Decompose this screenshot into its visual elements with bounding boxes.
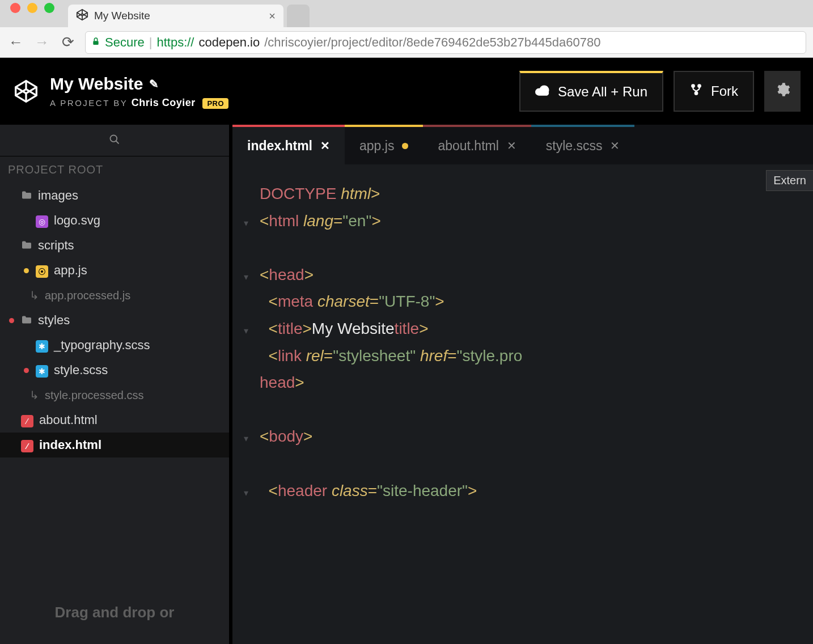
browser-address-bar: ← → ⟳ Secure | https://codepen.io/chrisc…: [0, 27, 813, 58]
url-protocol: https://: [156, 35, 194, 50]
file-name: app.processed.js: [45, 289, 130, 302]
file-tree-item[interactable]: scripts: [0, 233, 229, 258]
fold-icon[interactable]: ▾: [232, 485, 260, 501]
search-icon: [109, 134, 120, 147]
sidebar-search[interactable]: [0, 125, 229, 156]
close-tab-icon[interactable]: ✕: [610, 139, 620, 152]
file-tree-item[interactable]: styles: [0, 308, 229, 333]
svg-line-11: [116, 141, 119, 143]
file-tree-item[interactable]: ◎logo.svg: [0, 208, 229, 233]
fold-icon[interactable]: ▾: [232, 215, 260, 231]
html-file-icon: ⁄: [21, 413, 33, 427]
project-root-label: PROJECT ROOT: [0, 156, 229, 183]
file-tree-item[interactable]: ↳style.processed.css: [0, 383, 229, 408]
secure-label: Secure: [105, 35, 145, 50]
file-tree-item[interactable]: ✱_typography.scss: [0, 333, 229, 358]
file-tree-item[interactable]: ⁄index.html: [0, 433, 229, 457]
browser-tab-strip: My Website ×: [65, 0, 310, 27]
svg-point-10: [111, 135, 117, 142]
header-actions: Save All + Run Fork: [519, 71, 801, 112]
fold-icon[interactable]: ▾: [232, 431, 260, 446]
svg-file-icon: ◎: [36, 213, 48, 228]
close-tab-icon[interactable]: ✕: [320, 139, 330, 152]
url-host: codepen.io: [198, 35, 260, 50]
modified-dot-icon: [9, 243, 14, 248]
fork-icon: [689, 83, 703, 99]
editor-tab-label: style.scss: [546, 138, 603, 154]
folder-file-icon: [21, 313, 32, 328]
close-tab-icon[interactable]: ✕: [507, 139, 516, 152]
project-subtitle: A PROJECT BY Chris Coyier PRO: [50, 97, 228, 109]
processed-file-icon: ↳: [29, 289, 39, 302]
gear-icon: [774, 82, 790, 101]
file-tree-item[interactable]: ✱style.scss: [0, 358, 229, 383]
settings-button[interactable]: [764, 71, 801, 112]
file-name: about.html: [39, 413, 98, 427]
html-file-icon: ⁄: [21, 438, 33, 452]
author-name[interactable]: Chris Coyier: [132, 97, 196, 108]
save-run-button[interactable]: Save All + Run: [519, 71, 663, 112]
codepen-logo-icon[interactable]: [12, 78, 40, 105]
edit-title-icon[interactable]: ✎: [149, 77, 159, 91]
file-tree-item[interactable]: ⦿app.js: [0, 258, 229, 283]
svg-point-8: [698, 84, 701, 87]
external-resources-button[interactable]: Extern: [766, 170, 813, 191]
pro-badge: PRO: [202, 98, 228, 109]
modified-dot-icon: [9, 318, 14, 323]
modified-dot-icon: [24, 368, 29, 373]
maximize-window-icon[interactable]: [44, 3, 54, 13]
fork-label: Fork: [711, 83, 738, 99]
modified-dot-icon: [24, 343, 29, 348]
url-input[interactable]: Secure | https://codepen.io/chriscoyier/…: [85, 31, 806, 54]
svg-rect-3: [93, 41, 98, 45]
close-window-icon[interactable]: [10, 3, 20, 13]
file-name: styles: [38, 313, 70, 328]
project-title[interactable]: My Website ✎: [50, 74, 228, 94]
fold-icon[interactable]: ▾: [232, 269, 260, 285]
editor-pane: index.html✕app.jsabout.html✕style.scss✕ …: [232, 125, 813, 644]
editor-tab[interactable]: index.html✕: [232, 125, 345, 164]
editor-tab[interactable]: about.html✕: [423, 125, 531, 164]
forward-icon[interactable]: →: [33, 33, 51, 51]
editor-tab-label: app.js: [359, 138, 394, 154]
modified-dot-icon: [9, 193, 14, 198]
editor-tab-strip: index.html✕app.jsabout.html✕style.scss✕: [232, 125, 813, 164]
editor-tab-label: index.html: [247, 138, 312, 154]
minimize-window-icon[interactable]: [27, 3, 37, 13]
codepen-favicon-icon: [76, 9, 88, 23]
file-tree-item[interactable]: ⁄about.html: [0, 408, 229, 433]
svg-point-7: [692, 84, 695, 87]
url-path: /chriscoyier/project/editor/8ede769462de…: [264, 35, 600, 50]
drop-hint: Drag and drop or: [0, 581, 229, 644]
close-tab-icon[interactable]: ×: [269, 10, 276, 23]
file-tree-item[interactable]: ↳app.processed.js: [0, 283, 229, 308]
folder-file-icon: [21, 188, 32, 203]
file-tree-item[interactable]: images: [0, 183, 229, 208]
file-name: scripts: [38, 238, 74, 253]
fold-icon[interactable]: ▾: [232, 323, 260, 338]
cloud-icon: [535, 84, 550, 100]
file-name: images: [38, 188, 78, 203]
window-controls: [0, 3, 65, 24]
file-name: logo.svg: [54, 213, 100, 228]
modified-dot-icon: [9, 443, 14, 448]
code-area[interactable]: ▾DOCTYPE html>▾<html lang="en">▾▾<head>▾…: [232, 164, 813, 644]
reload-icon[interactable]: ⟳: [59, 33, 77, 51]
modified-dot-icon: [9, 418, 14, 423]
workspace: PROJECT ROOT images◎logo.svgscripts⦿app.…: [0, 125, 813, 644]
browser-titlebar: My Website ×: [0, 0, 813, 27]
file-tree: images◎logo.svgscripts⦿app.js↳app.proces…: [0, 183, 229, 581]
scss-file-icon: ✱: [36, 338, 48, 353]
js-file-icon: ⦿: [36, 263, 48, 278]
back-icon[interactable]: ←: [7, 33, 25, 51]
project-title-text: My Website: [50, 74, 143, 94]
editor-tab[interactable]: style.scss✕: [531, 125, 635, 164]
editor-tab[interactable]: app.js: [345, 125, 423, 164]
browser-tab-inactive[interactable]: [287, 5, 310, 27]
browser-tab-title: My Website: [94, 10, 150, 22]
browser-tab-active[interactable]: My Website ×: [68, 5, 283, 27]
app-header: My Website ✎ A PROJECT BY Chris Coyier P…: [0, 58, 813, 125]
folder-file-icon: [21, 238, 32, 253]
modified-dot-icon: [24, 218, 29, 223]
fork-button[interactable]: Fork: [674, 71, 754, 112]
